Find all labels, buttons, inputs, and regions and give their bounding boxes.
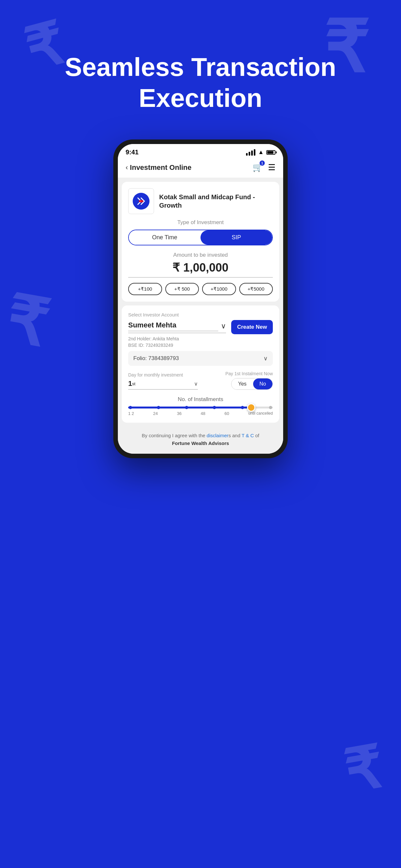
investor-row: Sumeet Mehta ∨ Create New — [128, 320, 273, 334]
instalment-label: Pay 1st Instalment Now — [203, 371, 273, 376]
advisor-name: Fortune Wealth Advisors — [172, 440, 229, 446]
slider-thumb[interactable] — [247, 403, 255, 412]
quick-amount-5000[interactable]: +₹5000 — [239, 283, 273, 295]
quick-amount-500[interactable]: +₹ 500 — [165, 283, 199, 295]
slider-dot-5 — [241, 406, 244, 409]
sip-day-value: 1 — [128, 379, 132, 388]
cart-button[interactable]: 🛒 1 — [252, 162, 263, 173]
investment-type-toggle[interactable]: One Time SIP — [128, 229, 273, 245]
quick-amount-100[interactable]: +₹100 — [128, 283, 162, 295]
yes-option[interactable]: Yes — [232, 378, 253, 390]
investor-section-label: Select Investor Account — [128, 312, 273, 317]
amount-value[interactable]: ₹ 1,00,000 — [128, 261, 273, 278]
fund-logo — [128, 188, 154, 214]
kotak-logo-svg — [131, 191, 151, 211]
investment-type-label: Type of Investment — [128, 219, 273, 226]
fund-header: Kotak Small and Midcap Fund - Growth — [128, 188, 273, 214]
battery-icon — [266, 150, 275, 155]
status-icons: ▲ — [246, 149, 275, 156]
installments-title: No. of Installments — [128, 396, 273, 403]
status-bar: 9:41 ▲ — [118, 144, 283, 159]
yes-no-toggle[interactable]: Yes No — [231, 378, 273, 390]
tc-link[interactable]: T & C — [242, 433, 254, 438]
installments-section: No. of Installments — [128, 396, 273, 416]
slider-dot-3 — [185, 406, 188, 409]
sip-day-label: Day for monthly investment — [128, 372, 198, 377]
nav-action-icons: 🛒 1 ☰ — [252, 162, 275, 173]
status-time: 9:41 — [126, 149, 138, 156]
create-new-button[interactable]: Create New — [231, 320, 273, 334]
installments-slider[interactable] — [128, 407, 273, 408]
sip-row: Day for monthly investment 1 st ∨ Pay 1s… — [128, 371, 273, 390]
slider-labels: 1 2 24 36 48 60 until cancelled — [128, 411, 273, 416]
menu-icon[interactable]: ☰ — [268, 162, 275, 173]
fund-name: Kotak Small and Midcap Fund - Growth — [159, 193, 273, 210]
quick-amounts: +₹100 +₹ 500 +₹1000 +₹5000 — [128, 283, 273, 295]
disclaimer-text: By continuing I agree with the disclaime… — [118, 427, 283, 454]
back-button[interactable]: ‹ Investment Online — [126, 163, 191, 172]
nav-title: Investment Online — [130, 163, 191, 172]
page-headline: Seamless Transaction Execution — [0, 0, 401, 133]
sip-day-selector[interactable]: 1 st ∨ — [128, 379, 198, 390]
toggle-one-time[interactable]: One Time — [129, 230, 201, 245]
amount-label: Amount to be invested — [128, 252, 273, 258]
wifi-icon: ▲ — [258, 149, 264, 156]
holder2-text: 2nd Holder: Ankita Mehta — [128, 336, 273, 341]
sip-day-suffix: st — [132, 381, 135, 386]
phone-content: Kotak Small and Midcap Fund - Growth Typ… — [118, 182, 283, 454]
phone-mockup: 9:41 ▲ ‹ Investment Online — [0, 133, 401, 484]
slider-label-60: 60 — [224, 411, 229, 416]
slider-label-48: 48 — [201, 411, 205, 416]
slider-label-36: 36 — [177, 411, 181, 416]
nav-bar: ‹ Investment Online 🛒 1 ☰ — [118, 159, 283, 178]
sip-day-field: Day for monthly investment 1 st ∨ — [128, 372, 198, 390]
no-option[interactable]: No — [253, 378, 273, 390]
slider-dot-2 — [157, 406, 160, 409]
folio-row[interactable]: Folio: 7384389793 ∨ — [128, 351, 273, 366]
signal-icon — [246, 149, 255, 156]
investor-name[interactable]: Sumeet Mehta — [128, 321, 218, 331]
phone-screen: 9:41 ▲ ‹ Investment Online — [118, 144, 283, 454]
back-icon: ‹ — [126, 163, 128, 172]
instalment-now: Pay 1st Instalment Now Yes No — [203, 371, 273, 390]
slider-label-1-2: 1 2 — [128, 411, 134, 416]
slider-label-until-cancelled: until cancelled — [248, 411, 273, 416]
fund-card: Kotak Small and Midcap Fund - Growth Typ… — [122, 182, 279, 302]
quick-amount-1000[interactable]: +₹1000 — [202, 283, 236, 295]
sip-day-chevron-icon: ∨ — [194, 381, 198, 387]
bse-id-text: BSE ID: 73249283249 — [128, 343, 273, 348]
slider-dot-4 — [213, 406, 216, 409]
investor-dropdown-icon[interactable]: ∨ — [221, 322, 226, 330]
folio-text: Folio: 7384389793 — [133, 355, 179, 362]
cart-badge: 1 — [259, 160, 265, 166]
toggle-sip[interactable]: SIP — [201, 230, 272, 245]
slider-dot-6 — [269, 406, 272, 409]
disclaimer-link[interactable]: disclaimer — [207, 433, 228, 438]
phone-device: 9:41 ▲ ‹ Investment Online — [113, 140, 288, 458]
account-card: Select Investor Account Sumeet Mehta ∨ C… — [122, 306, 279, 423]
bg-rupee-icon-4: ₹ — [339, 733, 388, 806]
slider-dot-1 — [129, 406, 132, 409]
slider-label-24: 24 — [153, 411, 158, 416]
folio-chevron-icon: ∨ — [264, 355, 268, 362]
